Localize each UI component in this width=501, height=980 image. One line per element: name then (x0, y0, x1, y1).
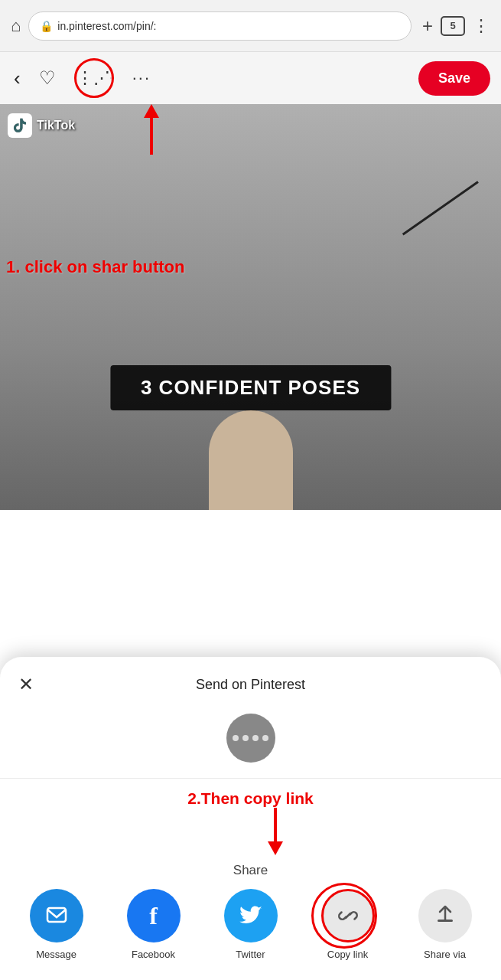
save-button[interactable]: Save (418, 61, 490, 96)
facebook-label: Facebook (132, 949, 175, 960)
share-via-label: Share via (424, 949, 466, 960)
lock-icon: 🔒 (40, 20, 53, 32)
more-options-icon[interactable]: ··· (132, 68, 151, 88)
url-bar[interactable]: 🔒 in.pinterest.com/pin/: (28, 11, 412, 41)
sheet-title: Send on Pinterest (196, 677, 305, 693)
share-item-message[interactable]: Message (26, 889, 87, 960)
message-icon (44, 903, 69, 928)
browser-menu-icon[interactable]: ⋮ (473, 16, 490, 36)
annotation-step1: 1. click on shar button (6, 257, 184, 277)
arrow-head (144, 104, 159, 118)
heart-icon[interactable]: ♡ (39, 67, 56, 89)
share-button[interactable]: ⋮⋰ (74, 58, 114, 98)
twitter-bird-icon (239, 906, 262, 926)
annotation-2-text-block: 2.Then copy link (0, 783, 501, 808)
share-via-icon (434, 904, 457, 927)
pin-title: 3 CONFIDENT POSES (110, 365, 391, 410)
svg-point-1 (110, 78, 111, 79)
diagonal-annotation-line (402, 181, 479, 235)
share-item-share-via[interactable]: Share via (415, 889, 476, 960)
tabs-count[interactable]: 5 (441, 16, 465, 36)
close-button[interactable]: ✕ (18, 674, 34, 695)
share-row: Message f Facebook Twitter (0, 889, 501, 972)
arrow-head-down (268, 841, 283, 855)
copy-link-icon (336, 903, 360, 928)
more-options-section (0, 706, 501, 769)
share-icon: ⋮⋰ (76, 68, 110, 88)
app-bar: ‹ ♡ ⋮⋰ ··· Save (0, 52, 501, 104)
arrow-shaft (150, 118, 153, 155)
svg-point-0 (111, 77, 112, 78)
share-item-facebook[interactable]: f Facebook (123, 889, 184, 960)
browser-bar: ⌂ 🔒 in.pinterest.com/pin/: + 5 ⋮ (0, 0, 501, 52)
facebook-f-icon: f (149, 903, 158, 928)
share-item-twitter[interactable]: Twitter (220, 889, 281, 960)
more-options-circle[interactable] (226, 714, 275, 763)
back-icon[interactable]: ‹ (14, 67, 21, 90)
new-tab-button[interactable]: + (422, 15, 433, 37)
dot1 (233, 735, 239, 741)
arrow-shaft-down (274, 808, 277, 841)
twitter-label: Twitter (236, 949, 265, 960)
dot4 (262, 735, 268, 741)
annotation-arrow-down-wrap (0, 808, 501, 855)
share-item-copy-link[interactable]: Copy link (317, 889, 379, 960)
bottom-sheet: ✕ Send on Pinterest 2.Then copy link Sha… (0, 657, 501, 980)
tiktok-badge: TikTok (8, 113, 75, 138)
tiktok-label: TikTok (37, 119, 75, 132)
home-icon[interactable]: ⌂ (11, 16, 21, 36)
copy-link-icon-circle (321, 889, 375, 942)
sheet-header: ✕ Send on Pinterest (0, 657, 501, 706)
twitter-icon-circle (224, 889, 278, 942)
pin-image-area: TikTok 1. click on shar button 3 CONFIDE… (0, 104, 501, 510)
annotation-arrow-up (144, 104, 159, 155)
url-text: in.pinterest.com/pin/: (57, 20, 156, 32)
svg-point-2 (111, 78, 112, 79)
share-section-label: Share (0, 855, 501, 889)
message-icon-circle (30, 889, 83, 942)
dot3 (252, 735, 259, 741)
share-via-icon-circle (418, 889, 472, 942)
svg-rect-5 (47, 908, 66, 922)
annotation-2-area: 2.Then copy link (0, 779, 501, 808)
annotation-arrow-down (268, 808, 283, 855)
message-label: Message (36, 949, 76, 960)
dot2 (242, 735, 249, 741)
tiktok-logo (8, 113, 32, 138)
copy-link-label: Copy link (327, 949, 368, 960)
annotation-step2: 2.Then copy link (0, 783, 501, 808)
facebook-icon-circle: f (127, 889, 181, 942)
person-head (209, 410, 293, 510)
share-svg-icon (110, 69, 112, 87)
